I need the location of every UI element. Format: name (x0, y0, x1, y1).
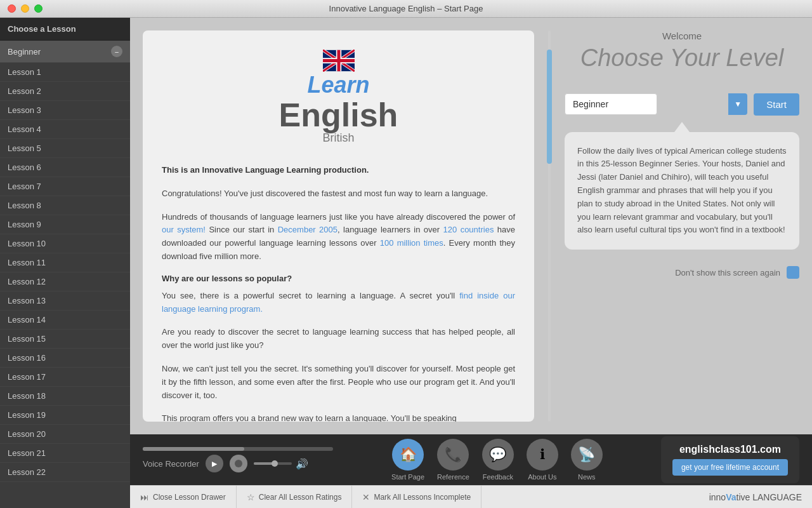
sidebar-beginner-collapse-icon[interactable]: – (111, 46, 122, 57)
close-lesson-drawer-icon: ⏭ (140, 492, 149, 502)
sidebar-lesson-item[interactable]: Lesson 7 (0, 177, 130, 196)
nav-label-news: News (578, 473, 596, 481)
intro-bold: This is an Innovative Language Learning … (162, 165, 369, 175)
sidebar-lesson-item[interactable]: Lesson 8 (0, 196, 130, 215)
welcome-section: Welcome Choose Your Level (565, 30, 799, 73)
lesson-p4: Are you ready to discover the secret to … (162, 326, 515, 352)
sidebar-lesson-item[interactable]: Lesson 21 (0, 444, 130, 463)
scroll-thumb[interactable] (547, 50, 552, 164)
sidebar: Choose a Lesson Beginner – Lesson 1Lesso… (0, 18, 130, 508)
close-window-button[interactable] (8, 4, 16, 13)
nav-label-about-us: About Us (528, 473, 556, 481)
dropdown-arrow-icon: ▼ (728, 93, 747, 115)
sidebar-lesson-item[interactable]: Lesson 16 (0, 349, 130, 368)
about-us-icon: ℹ (527, 439, 558, 471)
bottom-nav: 🏠 Start Page 📞 Reference 💬 Feedback ℹ Ab… (391, 439, 603, 481)
main-area: Learn English British This is an Innovat… (130, 18, 812, 508)
record-button[interactable] (230, 455, 247, 472)
dont-show-row: Don't show this screen again (565, 266, 799, 279)
level-description-bubble: Follow the daily lives of typical Americ… (565, 132, 799, 250)
sidebar-lesson-item[interactable]: Lesson 15 (0, 330, 130, 349)
clear-ratings-icon: ☆ (247, 492, 255, 502)
sidebar-lesson-item[interactable]: Lesson 10 (0, 234, 130, 253)
lesson-p1: Congratulations! You've just discovered … (162, 187, 515, 201)
sidebar-lesson-item[interactable]: Lesson 18 (0, 387, 130, 406)
sidebar-lesson-item[interactable]: Lesson 4 (0, 120, 130, 139)
level-dropdown-wrapper: Beginner Elementary Intermediate Upper I… (565, 93, 747, 115)
mark-incomplete-label: Mark All Lessons Incomplete (374, 493, 471, 502)
minimize-window-button[interactable] (21, 4, 29, 13)
sidebar-lesson-item[interactable]: Lesson 13 (0, 291, 130, 311)
feedback-icon: 💬 (482, 439, 514, 471)
maximize-window-button[interactable] (34, 4, 43, 13)
recorder-label: Voice Recorder (143, 459, 199, 469)
sidebar-lesson-item[interactable]: Lesson 19 (0, 406, 130, 425)
footer-brand: innoVative LANGUAGE (709, 492, 812, 502)
sidebar-lessons-list: Lesson 1Lesson 2Lesson 3Lesson 4Lesson 5… (0, 63, 130, 508)
brand-area: englishclass101.com get your free lifeti… (661, 436, 799, 483)
lesson-logo: Learn English British (162, 50, 515, 145)
nav-item-start-page[interactable]: 🏠 Start Page (391, 439, 424, 481)
sidebar-lesson-item[interactable]: Lesson 5 (0, 139, 130, 158)
window-controls[interactable] (8, 4, 43, 13)
level-dropdown[interactable]: Beginner Elementary Intermediate Upper I… (565, 93, 657, 115)
mark-incomplete-button[interactable]: ✕ Mark All Lessons Incomplete (352, 486, 481, 508)
clear-ratings-label: Clear All Lesson Ratings (259, 493, 342, 502)
sidebar-lesson-item[interactable]: Lesson 14 (0, 311, 130, 330)
content-scrollbar[interactable] (547, 30, 552, 422)
uk-flag-icon (323, 50, 355, 72)
nav-item-feedback[interactable]: 💬 Feedback (482, 439, 514, 481)
nav-item-reference[interactable]: 📞 Reference (437, 439, 469, 481)
sidebar-lesson-item[interactable]: Lesson 3 (0, 101, 130, 120)
clear-ratings-button[interactable]: ☆ Clear All Lesson Ratings (237, 486, 353, 508)
sidebar-lesson-item[interactable]: Lesson 6 (0, 158, 130, 177)
lesson-text-body: This is an Innovative Language Learning … (162, 164, 515, 422)
window-title: Innovative Language English – Start Page (329, 4, 483, 13)
right-panel: Welcome Choose Your Level Beginner Eleme… (565, 30, 799, 422)
sidebar-header: Choose a Lesson (0, 18, 130, 41)
volume-bar[interactable] (254, 462, 292, 465)
bottom-toolbar: Voice Recorder ▶ 🔊 (130, 434, 812, 485)
sidebar-lesson-item[interactable]: Lesson 17 (0, 368, 130, 387)
volume-slider-area: 🔊 (254, 458, 308, 470)
nav-label-feedback: Feedback (483, 473, 513, 481)
sidebar-lesson-item[interactable]: Lesson 20 (0, 425, 130, 444)
choose-level-heading: Choose Your Level (565, 44, 799, 73)
logo-learn-text: Learn English British (162, 72, 515, 145)
lesson-p2: Hundreds of thousands of language learne… (162, 211, 515, 264)
lesson-p6: This program offers you a brand new way … (162, 412, 515, 422)
welcome-label: Welcome (565, 30, 799, 41)
sidebar-lesson-item[interactable]: Lesson 9 (0, 215, 130, 234)
nav-label-reference: Reference (437, 473, 469, 481)
close-lesson-drawer-button[interactable]: ⏭ Close Lesson Drawer (130, 486, 237, 508)
sidebar-beginner-label: Beginner (8, 47, 41, 57)
voice-recorder-area: Voice Recorder ▶ 🔊 (143, 447, 333, 472)
footer-brand-text: innoVative LANGUAGE (709, 492, 802, 502)
lesson-p3: You see, there is a powerful secret to l… (162, 290, 515, 316)
start-button[interactable]: Start (754, 93, 799, 116)
brand-cta-button[interactable]: get your free lifetime account (672, 459, 788, 476)
sidebar-lesson-item[interactable]: Lesson 12 (0, 272, 130, 291)
play-button[interactable]: ▶ (206, 455, 223, 472)
sidebar-lesson-item[interactable]: Lesson 22 (0, 463, 130, 482)
brand-url: englishclass101.com (672, 444, 788, 455)
volume-icon: 🔊 (296, 458, 308, 470)
news-icon: 📡 (571, 439, 603, 471)
voice-recorder-progress-bar (143, 447, 333, 451)
sidebar-lesson-item[interactable]: Lesson 1 (0, 63, 130, 82)
footer-bar: ⏭ Close Lesson Drawer ☆ Clear All Lesson… (130, 485, 812, 508)
voice-recorder-controls: Voice Recorder ▶ 🔊 (143, 455, 333, 472)
nav-item-about-us[interactable]: ℹ About Us (527, 439, 558, 481)
mark-incomplete-icon: ✕ (362, 492, 370, 502)
level-description-text: Follow the daily lives of typical Americ… (577, 146, 787, 235)
sidebar-lesson-item[interactable]: Lesson 2 (0, 82, 130, 101)
content-panel: Learn English British This is an Innovat… (130, 18, 812, 434)
dont-show-label: Don't show this screen again (675, 268, 780, 277)
nav-item-news[interactable]: 📡 News (571, 439, 603, 481)
sidebar-lesson-item[interactable]: Lesson 11 (0, 253, 130, 272)
dont-show-checkbox[interactable] (787, 266, 799, 279)
sidebar-beginner-row[interactable]: Beginner – (0, 41, 130, 63)
nav-label-start-page: Start Page (391, 473, 424, 481)
lesson-content: Learn English British This is an Innovat… (143, 30, 534, 422)
level-selector-row: Beginner Elementary Intermediate Upper I… (565, 93, 799, 116)
